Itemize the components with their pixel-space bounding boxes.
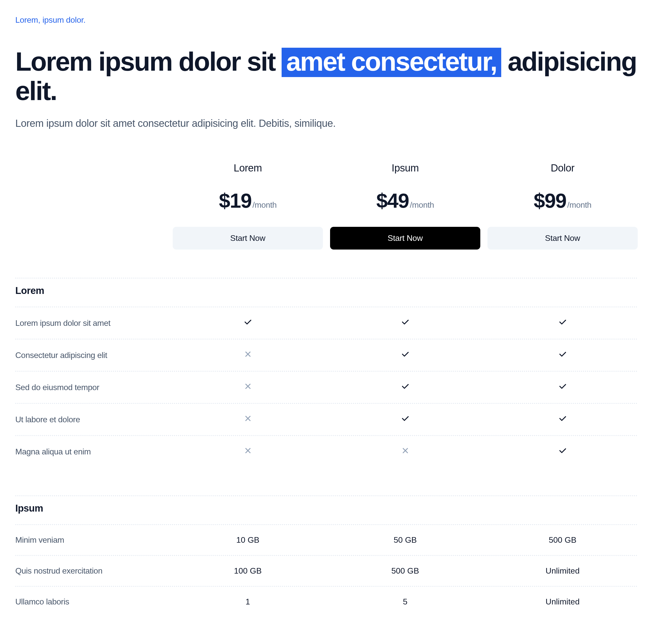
feature-row: Magna aliqua ut enim (15, 435, 638, 467)
check-icon (558, 351, 567, 360)
feature-cell (487, 350, 638, 360)
plan-column-ipsum: Ipsum $49 /month Start Now (330, 162, 480, 249)
plan-column-dolor: Dolor $99 /month Start Now (487, 162, 638, 249)
x-icon (244, 415, 252, 425)
feature-row: Sed do eiusmod tempor (15, 371, 638, 403)
plan-cta-lorem[interactable]: Start Now (173, 227, 323, 249)
feature-value: 500 GB (391, 566, 419, 575)
plan-cta-ipsum[interactable]: Start Now (330, 227, 480, 249)
feature-cell (173, 350, 323, 360)
feature-cell: Unlimited (487, 566, 638, 576)
feature-cell (487, 414, 638, 425)
feature-value: 5 (403, 597, 408, 606)
check-icon (558, 383, 567, 392)
plan-name: Ipsum (330, 162, 480, 174)
feature-value: 100 GB (234, 566, 262, 575)
feature-label: Quis nostrud exercitation (15, 566, 166, 576)
hero-subtitle: Lorem ipsum dolor sit amet consectetur a… (15, 118, 638, 129)
feature-value: 50 GB (393, 535, 417, 545)
section-title: Lorem (15, 278, 638, 306)
feature-cell: 50 GB (330, 535, 480, 545)
feature-row: Consectetur adipiscing elit (15, 339, 638, 371)
feature-label: Ut labore et dolore (15, 415, 166, 424)
plan-name: Dolor (487, 162, 638, 174)
plan-price-amount: $99 (534, 189, 566, 213)
feature-cell: 500 GB (330, 566, 480, 576)
plan-cta-dolor[interactable]: Start Now (487, 227, 638, 249)
feature-cell: 1 (173, 597, 323, 606)
plan-price-amount: $49 (376, 189, 409, 213)
feature-value: 1 (246, 597, 250, 606)
feature-label: Sed do eiusmod tempor (15, 383, 166, 392)
check-icon (401, 351, 410, 360)
feature-label: Lorem ipsum dolor sit amet (15, 318, 166, 328)
feature-cell (330, 382, 480, 393)
feature-cell: Unlimited (487, 597, 638, 606)
check-icon (558, 319, 567, 328)
feature-cell (330, 318, 480, 328)
feature-row: Lorem ipsum dolor sit amet (15, 306, 638, 339)
section-title: Ipsum (15, 495, 638, 524)
x-icon (244, 383, 252, 392)
eyebrow-text: Lorem, ipsum dolor. (15, 15, 638, 25)
hero-title-pre: Lorem ipsum dolor sit (15, 47, 282, 76)
feature-row: Ut labore et dolore (15, 403, 638, 435)
x-icon (401, 448, 410, 457)
plan-price-period: /month (410, 200, 434, 210)
feature-cell (173, 446, 323, 457)
hero-title: Lorem ipsum dolor sit amet consectetur, … (15, 48, 638, 105)
feature-cell: 100 GB (173, 566, 323, 576)
feature-row: Minim veniam10 GB50 GB500 GB (15, 524, 638, 555)
x-icon (244, 448, 252, 457)
feature-cell (330, 414, 480, 425)
x-icon (244, 351, 252, 360)
feature-value: 500 GB (549, 535, 577, 545)
plan-price: $19 /month (219, 189, 276, 213)
plan-price-amount: $19 (219, 189, 251, 213)
feature-label: Consectetur adipiscing elit (15, 351, 166, 360)
check-icon (244, 319, 252, 328)
check-icon (558, 448, 567, 457)
feature-row: Quis nostrud exercitation100 GB500 GBUnl… (15, 555, 638, 586)
feature-label: Magna aliqua ut enim (15, 447, 166, 456)
plan-name: Lorem (173, 162, 323, 174)
feature-cell (330, 446, 480, 457)
feature-value: Unlimited (546, 566, 580, 575)
feature-label: Ullamco laboris (15, 597, 166, 606)
feature-cell (330, 350, 480, 360)
plan-price: $99 /month (534, 189, 591, 213)
feature-section: IpsumMinim veniam10 GB50 GB500 GBQuis no… (15, 495, 638, 617)
plan-price-period: /month (567, 200, 591, 210)
feature-sections: LoremLorem ipsum dolor sit ametConsectet… (15, 278, 638, 617)
pricing-header: Lorem $19 /month Start Now Ipsum $49 /mo… (15, 162, 638, 249)
check-icon (401, 319, 410, 328)
check-icon (558, 415, 567, 425)
feature-cell (487, 318, 638, 328)
feature-cell (487, 382, 638, 393)
feature-value: 10 GB (236, 535, 260, 545)
feature-value: Unlimited (546, 597, 580, 606)
check-icon (401, 383, 410, 392)
feature-cell: 500 GB (487, 535, 638, 545)
feature-row: Ullamco laboris15Unlimited (15, 586, 638, 617)
check-icon (401, 415, 410, 425)
feature-cell: 10 GB (173, 535, 323, 545)
plan-price-period: /month (252, 200, 277, 210)
hero-title-highlight: amet consectetur, (282, 48, 501, 77)
plan-price: $49 /month (376, 189, 434, 213)
feature-section: LoremLorem ipsum dolor sit ametConsectet… (15, 278, 638, 467)
feature-cell: 5 (330, 597, 480, 606)
feature-cell (173, 414, 323, 425)
feature-cell (487, 446, 638, 457)
plan-column-lorem: Lorem $19 /month Start Now (173, 162, 323, 249)
feature-cell (173, 382, 323, 393)
feature-label: Minim veniam (15, 535, 166, 545)
feature-cell (173, 318, 323, 328)
